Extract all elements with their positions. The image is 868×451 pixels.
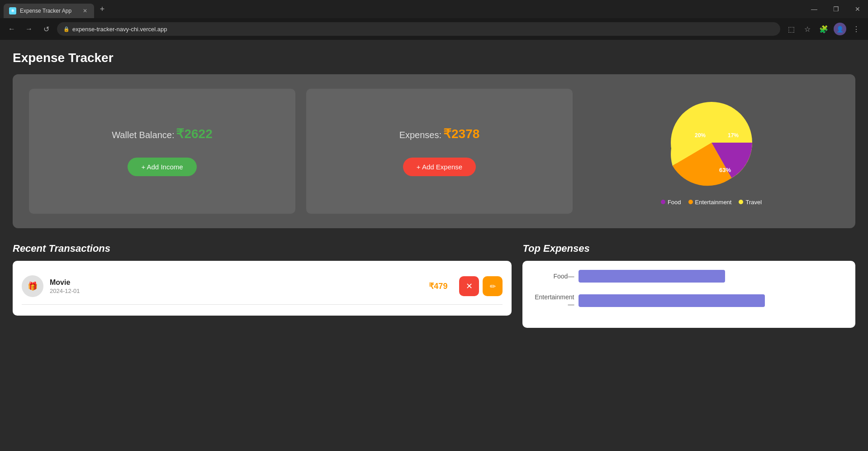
expenses-label: Expenses:	[399, 130, 441, 140]
legend-travel: Travel	[739, 199, 762, 206]
food-label: Food	[668, 199, 681, 206]
window-controls: — ❐ ✕	[804, 0, 868, 18]
transaction-amount: ₹479	[429, 281, 447, 291]
transaction-icon: 🎁	[22, 275, 43, 297]
delete-button[interactable]: ✕	[459, 276, 479, 296]
add-expense-button[interactable]: + Add Expense	[403, 158, 476, 176]
toolbar-icons: ⬚ ☆ 🧩 👤 ⋮	[785, 23, 863, 35]
browser-top-bar: ⚛ Expense Tracker App ✕ + — ❐ ✕	[0, 0, 868, 18]
extensions-icon[interactable]: 🧩	[817, 23, 830, 35]
recent-transactions-title: Recent Transactions	[13, 243, 512, 254]
recent-transactions-section: Recent Transactions 🎁 Movie 2024-12-01 ₹…	[13, 243, 512, 328]
app-container: Expense Tracker Wallet Balance: ₹2622 + …	[0, 40, 868, 339]
expenses-value: ₹2378	[443, 126, 479, 141]
address-bar: ← → ↺ 🔒 expense-tracker-navy-chi.vercel.…	[0, 18, 868, 40]
back-button[interactable]: ←	[5, 23, 18, 35]
add-income-button[interactable]: + Add Income	[128, 158, 196, 176]
dashboard-card: Wallet Balance: ₹2622 + Add Income Expen…	[13, 74, 855, 228]
browser-tab[interactable]: ⚛ Expense Tracker App ✕	[4, 4, 94, 18]
travel-label: Travel	[745, 199, 762, 206]
food-expense-label: Food—	[533, 273, 574, 280]
new-tab-button[interactable]: +	[96, 3, 109, 15]
svg-text:17%: 17%	[727, 132, 738, 139]
bottom-section: Recent Transactions 🎁 Movie 2024-12-01 ₹…	[13, 243, 855, 328]
transaction-date: 2024-12-01	[50, 288, 422, 294]
minimize-button[interactable]: —	[804, 0, 825, 18]
legend-food: Food	[661, 199, 681, 206]
chart-panel: 63% 20% 17% Food Entertainment Travel	[578, 83, 844, 219]
food-bar-fill	[579, 270, 725, 283]
transactions-card: 🎁 Movie 2024-12-01 ₹479 ✕ ✏	[13, 261, 512, 316]
refresh-button[interactable]: ↺	[40, 23, 52, 35]
transaction-name: Movie	[50, 278, 422, 287]
svg-text:20%: 20%	[694, 132, 705, 139]
pie-chart: 63% 20% 17%	[666, 97, 757, 188]
entertainment-bar-fill	[579, 294, 764, 307]
menu-icon[interactable]: ⋮	[850, 23, 863, 35]
legend-entertainment: Entertainment	[688, 199, 732, 206]
cast-icon[interactable]: ⬚	[785, 23, 797, 35]
forward-button[interactable]: →	[23, 23, 35, 35]
tab-title: Expense Tracker App	[20, 8, 78, 14]
bookmark-icon[interactable]: ☆	[801, 23, 814, 35]
tab-favicon: ⚛	[9, 7, 16, 14]
url-text: expense-tracker-navy-chi.vercel.app	[72, 26, 167, 33]
top-expenses-title: Top Expenses	[522, 243, 855, 254]
wallet-value: ₹2622	[176, 126, 212, 141]
food-bar-track	[579, 270, 844, 283]
top-expenses-card: Food— Entertainment—	[522, 261, 855, 328]
edit-icon: ✏	[490, 282, 496, 291]
list-item: Entertainment—	[533, 293, 844, 308]
travel-dot	[739, 200, 743, 204]
edit-button[interactable]: ✏	[483, 276, 503, 296]
table-row: 🎁 Movie 2024-12-01 ₹479 ✕ ✏	[22, 270, 503, 302]
entertainment-label: Entertainment	[695, 199, 732, 206]
lock-icon: 🔒	[63, 26, 70, 32]
app-title: Expense Tracker	[13, 51, 855, 65]
food-dot	[661, 200, 665, 204]
transaction-actions: ✕ ✏	[459, 276, 503, 296]
entertainment-expense-label: Entertainment—	[533, 293, 574, 308]
chart-legend: Food Entertainment Travel	[661, 199, 762, 206]
transaction-divider	[22, 304, 503, 305]
delete-icon: ✕	[466, 281, 473, 291]
maximize-button[interactable]: ❐	[825, 0, 846, 18]
entertainment-bar-track	[579, 294, 844, 307]
transaction-details: Movie 2024-12-01	[50, 278, 422, 294]
close-button[interactable]: ✕	[847, 0, 868, 18]
entertainment-dot	[688, 200, 693, 204]
wallet-label: Wallet Balance:	[112, 130, 174, 140]
wallet-balance-panel: Wallet Balance: ₹2622 + Add Income	[29, 89, 295, 214]
url-bar[interactable]: 🔒 expense-tracker-navy-chi.vercel.app	[57, 22, 780, 36]
tab-close-button[interactable]: ✕	[81, 7, 89, 14]
top-expenses-section: Top Expenses Food— Entertainment—	[522, 243, 855, 328]
expenses-panel: Expenses: ₹2378 + Add Expense	[306, 89, 573, 214]
svg-text:63%: 63%	[719, 167, 730, 173]
list-item: Food—	[533, 270, 844, 283]
profile-icon[interactable]: 👤	[834, 23, 846, 35]
